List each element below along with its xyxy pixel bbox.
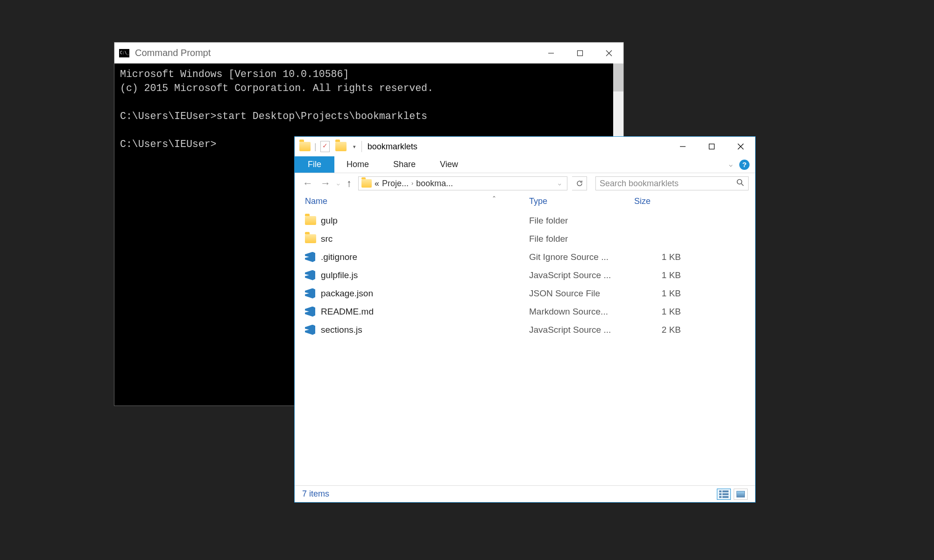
file-type: JSON Source File [529,288,634,299]
address-crumb-bookmarklets[interactable]: bookma... [416,179,453,189]
file-name[interactable]: package.json [321,288,529,299]
cmd-close-button[interactable] [594,42,623,63]
cmd-line: Microsoft Windows [Version 10.0.10586] [120,69,349,80]
help-icon[interactable]: ? [739,160,750,170]
thumbnails-view-icon [736,491,745,497]
svg-rect-1 [578,50,583,56]
ribbon-expand-icon[interactable]: ⌵ [729,161,733,168]
file-size: 1 KB [634,288,681,299]
column-headers: Name Type Size ⌃ [295,194,755,209]
nav-up-button[interactable]: ↑ [347,177,352,189]
view-details-button[interactable] [717,489,731,500]
search-icon[interactable] [736,178,744,189]
file-row[interactable]: package.jsonJSON Source File1 KB [305,284,755,302]
qat-dropdown-icon[interactable]: ▾ [353,144,356,150]
cmd-minimize-button[interactable] [537,42,566,63]
file-size: 1 KB [634,307,681,317]
chevron-right-icon[interactable]: › [411,180,413,187]
file-name[interactable]: src [321,234,529,244]
column-header-type[interactable]: Type [529,196,634,206]
vscode-file-icon [305,252,315,262]
cmd-line: (c) 2015 Microsoft Corporation. All righ… [120,83,433,94]
file-name[interactable]: .gitignore [321,252,529,262]
status-bar: 7 items [295,485,755,502]
svg-line-9 [742,183,744,186]
cmd-maximize-button[interactable] [566,42,594,63]
sort-indicator-icon: ⌃ [492,195,496,202]
file-size: 1 KB [634,270,681,280]
cmd-titlebar[interactable]: Command Prompt [114,42,623,63]
view-thumbnails-button[interactable] [734,489,748,500]
explorer-minimize-button[interactable] [668,137,697,156]
title-separator [361,141,362,152]
address-overflow[interactable]: « [375,179,379,189]
file-explorer-window[interactable]: | ▾ bookmarklets File Home Share View ⌵ … [294,136,756,503]
file-size: 1 KB [634,252,681,262]
ribbon-tab-file[interactable]: File [295,156,334,173]
file-row[interactable]: .gitignoreGit Ignore Source ...1 KB [305,248,755,266]
ribbon-tab-home[interactable]: Home [334,156,381,173]
file-row[interactable]: sections.jsJavaScript Source ...2 KB [305,321,755,339]
address-bar[interactable]: « Proje... › bookma... ⌵ [358,176,567,190]
folder-icon [305,216,316,225]
ribbon-tab-view[interactable]: View [428,156,470,173]
search-placeholder: Search bookmarklets [600,179,679,189]
explorer-maximize-button[interactable] [697,137,726,156]
explorer-title: bookmarklets [368,142,417,152]
file-type: File folder [529,216,634,226]
qat-folder-icon[interactable] [299,142,311,151]
details-view-icon [719,490,729,498]
file-list[interactable]: gulpFile foldersrcFile folder.gitignoreG… [295,209,755,339]
address-folder-icon [361,179,372,188]
file-row[interactable]: gulpfile.jsJavaScript Source ...1 KB [305,266,755,284]
file-type: Markdown Source... [529,307,634,317]
vscode-file-icon [305,288,315,299]
cmd-line: C:\Users\IEUser>start Desktop\Projects\b… [120,111,427,122]
vscode-file-icon [305,325,315,335]
file-row[interactable]: README.mdMarkdown Source...1 KB [305,302,755,321]
status-item-count: 7 items [302,489,329,499]
qat-properties-icon[interactable] [320,141,330,152]
refresh-button[interactable] [572,176,587,190]
navigation-bar: ← → ⌵ ↑ « Proje... › bookma... ⌵ Search … [295,173,755,194]
search-box[interactable]: Search bookmarklets [595,176,749,190]
cmd-title: Command Prompt [135,48,211,58]
file-type: File folder [529,234,634,244]
address-crumb-projects[interactable]: Proje... [382,179,409,189]
explorer-titlebar[interactable]: | ▾ bookmarklets [295,137,755,156]
nav-recent-dropdown-icon[interactable]: ⌵ [337,181,340,187]
file-row[interactable]: srcFile folder [305,230,755,248]
vscode-file-icon [305,307,315,317]
svg-point-8 [737,179,742,184]
ribbon: File Home Share View ⌵ ? [295,156,755,173]
explorer-close-button[interactable] [726,137,755,156]
file-row[interactable]: gulpFile folder [305,211,755,230]
file-type: JavaScript Source ... [529,325,634,335]
cmd-scroll-thumb[interactable] [613,63,623,91]
nav-forward-button[interactable]: → [319,177,332,189]
nav-back-button[interactable]: ← [301,177,314,189]
cmd-prompt: C:\Users\IEUser> [120,139,216,150]
address-dropdown-icon[interactable]: ⌵ [555,181,564,187]
file-type: Git Ignore Source ... [529,252,634,262]
qat-newfolder-icon[interactable] [335,142,347,151]
ribbon-tab-share[interactable]: Share [381,156,428,173]
file-type: JavaScript Source ... [529,270,634,280]
folder-icon [305,234,316,243]
file-name[interactable]: gulpfile.js [321,270,529,280]
qat-separator: | [314,142,317,152]
svg-rect-5 [709,144,715,149]
file-name[interactable]: sections.js [321,325,529,335]
file-size: 2 KB [634,325,681,335]
vscode-file-icon [305,270,315,280]
file-name[interactable]: README.md [321,307,529,317]
column-header-size[interactable]: Size [634,196,681,206]
cmd-icon [119,49,129,57]
file-name[interactable]: gulp [321,216,529,226]
